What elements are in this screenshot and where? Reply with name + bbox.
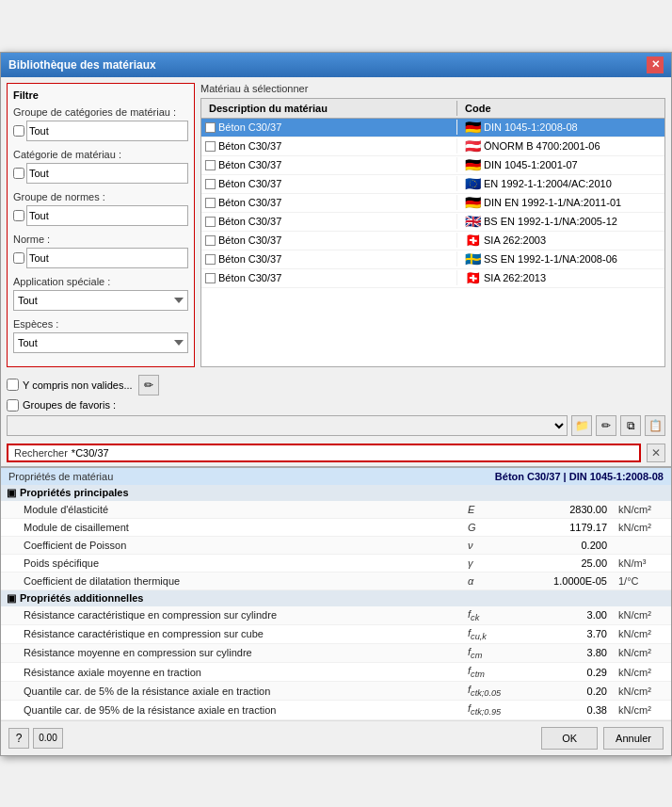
zero-icon: 0.00 [39, 733, 56, 743]
row-checkbox[interactable] [205, 160, 216, 170]
group-norms-select-container: Tout [13, 205, 188, 226]
table-row[interactable]: Béton C30/37 🇪🇺 EN 1992-1-1:2004/AC:2010 [201, 175, 664, 194]
prop-unit: kN/cm² [615, 645, 671, 660]
edit-non-valides-button[interactable]: ✏ [138, 375, 159, 395]
special-app-select[interactable]: Tout [13, 290, 188, 311]
fav-add-button[interactable]: 📁 [571, 415, 592, 436]
prop-group-additional-label: Propriétés additionnelles [20, 592, 143, 604]
group-norms-checkbox[interactable] [13, 210, 24, 221]
row-code: 🇩🇪 DIN EN 1992-1-1/NA:2011-01 [457, 195, 664, 210]
col-code-header: Code [457, 101, 664, 116]
table-row[interactable]: Béton C30/37 🇸🇪 SS EN 1992-1-1/NA:2008-0… [201, 250, 664, 269]
help-button[interactable]: ? [8, 728, 29, 749]
close-button[interactable]: ✕ [647, 56, 664, 73]
prop-name: Résistance axiale moyenne en traction [1, 665, 464, 680]
prop-unit [615, 543, 671, 547]
prop-value: 0.200 [520, 538, 615, 553]
row-checkbox[interactable] [205, 122, 216, 133]
prop-name: Quantile car. de 5% de la résistance axi… [1, 684, 464, 699]
code-text: DIN 1045-1:2001-07 [484, 159, 578, 170]
prop-row: Poids spécifique γ 25.00 kN/m³ [1, 555, 671, 573]
row-checkbox[interactable] [205, 254, 216, 265]
prop-symbol: fck [464, 606, 520, 624]
prop-group-main[interactable]: ▣ Propriétés principales [1, 485, 671, 501]
row-code: 🇨🇭 SIA 262:2013 [457, 270, 664, 285]
row-desc: Béton C30/37 [201, 120, 457, 135]
row-checkbox[interactable] [205, 141, 216, 152]
favoris-select[interactable] [7, 415, 568, 436]
species-select[interactable]: Tout [13, 332, 188, 353]
prop-unit: kN/m³ [615, 556, 671, 571]
prop-symbol: fcu,k [464, 625, 520, 643]
code-text: DIN EN 1992-1-1/NA:2011-01 [484, 197, 621, 208]
cancel-button[interactable]: Annuler [603, 727, 664, 750]
properties-header-label: Propriétés de matériau [8, 471, 113, 482]
table-row[interactable]: Béton C30/37 🇩🇪 DIN 1045-1:2001-07 [201, 156, 664, 175]
group-cat-select[interactable]: Tout [26, 121, 188, 141]
prop-symbol: fcm [464, 644, 520, 662]
norm-checkbox[interactable] [13, 252, 24, 264]
collapse-icon-2: ▣ [7, 592, 16, 605]
window-title: Bibliothèque des matériaux [8, 58, 156, 72]
prop-row: Quantile car. de 95% de la résistance ax… [1, 701, 671, 719]
prop-row: Résistance moyenne en compression sur cy… [1, 644, 671, 663]
table-row[interactable]: Béton C30/37 🇨🇭 SIA 262:2003 [201, 232, 664, 250]
table-row[interactable]: Béton C30/37 🇩🇪 DIN EN 1992-1-1/NA:2011-… [201, 194, 664, 213]
table-row[interactable]: Béton C30/37 🇦🇹 ÖNORM B 4700:2001-06 [201, 137, 664, 156]
cat-select[interactable]: Tout [26, 163, 188, 184]
norm-select-container: Tout [13, 248, 188, 268]
copy-button[interactable]: ⧉ [620, 415, 641, 436]
table-row[interactable]: Béton C30/37 🇬🇧 BS EN 1992-1-1/NA:2005-1… [201, 213, 664, 232]
prop-unit: 1/°C [615, 573, 671, 589]
prop-value: 2830.00 [520, 502, 615, 517]
favoris-checkbox[interactable] [7, 399, 19, 412]
row-checkbox[interactable] [205, 217, 216, 227]
table-row[interactable]: Béton C30/37 🇨🇭 SIA 262:2013 [201, 269, 664, 288]
row-description: Béton C30/37 [218, 253, 281, 265]
row-desc: Béton C30/37 [201, 176, 457, 191]
favoris-label: Groupes de favoris : [23, 399, 116, 411]
prop-value: 0.38 [520, 702, 615, 718]
group-cat-checkbox[interactable] [13, 125, 24, 137]
edit-icon: ✏ [144, 379, 153, 392]
row-checkbox[interactable] [205, 179, 216, 189]
filter-group-species: Espèces : Tout [13, 318, 188, 353]
main-window: Bibliothèque des matériaux ✕ Filtre Grou… [0, 52, 672, 756]
help-icon: ? [16, 732, 23, 745]
prop-row: Résistance caractéristique en compressio… [1, 606, 671, 625]
non-valides-checkbox[interactable] [7, 379, 19, 391]
prop-group-main-label: Propriétés principales [20, 487, 129, 498]
row-checkbox[interactable] [205, 198, 216, 208]
properties-header: Propriétés de matériau Béton C30/37 | DI… [1, 468, 671, 485]
properties-section: Propriétés de matériau Béton C30/37 | DI… [1, 466, 671, 720]
prop-group-additional[interactable]: ▣ Propriétés additionnelles [1, 590, 671, 606]
row-desc: Béton C30/37 [201, 157, 457, 172]
row-description: Béton C30/37 [218, 178, 281, 189]
row-checkbox[interactable] [205, 235, 216, 246]
flag-icon: 🇩🇪 [465, 198, 480, 208]
prop-name: Quantile car. de 95% de la résistance ax… [1, 702, 464, 718]
prop-symbol: fctk;0.05 [464, 682, 520, 700]
row-checkbox[interactable] [205, 273, 216, 283]
row-code: 🇩🇪 DIN 1045-1:2001-07 [457, 157, 664, 172]
flag-icon: 🇸🇪 [465, 254, 480, 265]
table-row[interactable]: Béton C30/37 🇩🇪 DIN 1045-1:2008-08 [201, 119, 664, 137]
fav-edit-button[interactable]: ✏ [596, 415, 616, 436]
paste-button[interactable]: 📋 [645, 415, 665, 436]
cat-checkbox[interactable] [13, 168, 24, 179]
group-norms-select[interactable]: Tout [26, 205, 188, 226]
norm-select[interactable]: Tout [26, 248, 188, 268]
zero-button[interactable]: 0.00 [33, 728, 63, 749]
row-code: 🇪🇺 EN 1992-1-1:2004/AC:2010 [457, 176, 664, 191]
search-clear-button[interactable]: ✕ [647, 444, 665, 462]
filter-title: Filtre [13, 89, 188, 101]
search-input[interactable] [72, 447, 633, 459]
prop-unit: kN/cm² [615, 502, 671, 517]
ok-button[interactable]: OK [541, 727, 598, 750]
collapse-icon: ▣ [7, 487, 16, 499]
favoris-select-row: 📁 ✏ ⧉ 📋 [1, 413, 671, 440]
favoris-row: Groupes de favoris : [1, 397, 671, 413]
row-description: Béton C30/37 [218, 121, 281, 133]
row-desc: Béton C30/37 [201, 270, 457, 285]
prop-name: Coefficient de Poisson [1, 538, 464, 553]
